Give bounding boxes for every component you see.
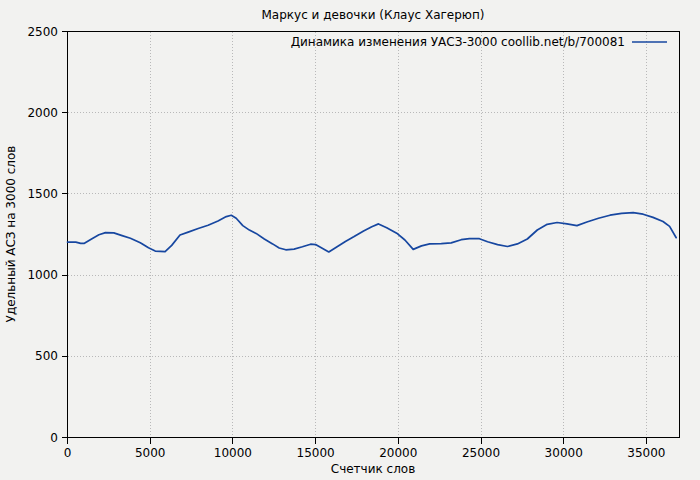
- x-tick-label: 0: [64, 446, 72, 460]
- plot: 0500010000150002000025000300003500005001…: [0, 0, 700, 480]
- x-tick-label: 5000: [135, 446, 166, 460]
- legend-label: Динамика изменения УАСЗ-3000 coollib.net…: [291, 35, 625, 49]
- plot-generated-layer: 0500010000150002000025000300003500005001…: [27, 25, 679, 461]
- y-tick-label: 0: [50, 431, 58, 445]
- y-tick-label: 1500: [27, 187, 58, 201]
- y-tick-label: 500: [35, 349, 58, 363]
- x-tick-label: 15000: [297, 446, 335, 460]
- x-tick-label: 20000: [379, 446, 417, 460]
- y-tick-label: 2000: [27, 106, 58, 120]
- y-axis-title: Удельный АСЗ на 3000 слов: [4, 146, 18, 323]
- x-axis-title: Счетчик слов: [331, 462, 415, 476]
- y-tick-label: 1000: [27, 268, 58, 282]
- y-tick-label: 2500: [27, 25, 58, 39]
- data-line: [68, 213, 677, 252]
- x-tick-label: 10000: [214, 446, 252, 460]
- x-tick-label: 30000: [545, 446, 583, 460]
- chart-title: Маркус и девочки (Клаус Хагерюп): [262, 8, 485, 22]
- chart-window: 0500010000150002000025000300003500005001…: [0, 0, 700, 480]
- x-tick-label: 25000: [462, 446, 500, 460]
- x-tick-label: 35000: [627, 446, 665, 460]
- plot-border: [68, 32, 680, 438]
